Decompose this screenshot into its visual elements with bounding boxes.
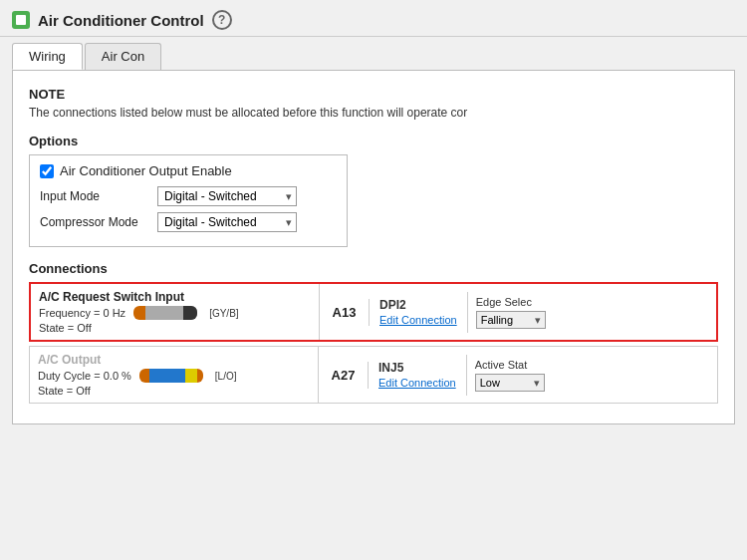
input-mode-row: Input Mode Digital - Switched Analog PWM (40, 186, 337, 206)
conn-name-1: A/C Request Switch Input (39, 290, 311, 304)
tab-bar: Wiring Air Con (0, 37, 747, 70)
cable-seg-orange3 (197, 369, 203, 383)
window-title: Air Conditioner Control (38, 12, 204, 29)
compressor-mode-select[interactable]: Digital - Switched Analog PWM (157, 212, 297, 232)
ac-output-enable-checkbox[interactable] (40, 164, 54, 178)
options-section: Options Air Conditioner Output Enable In… (29, 134, 718, 247)
tab-aircon[interactable]: Air Con (85, 43, 161, 70)
cable-seg-orange2 (139, 369, 149, 383)
conn-edge-label-1: Edge Selec (476, 296, 560, 308)
cable-label-1: [GY/B] (209, 308, 238, 319)
conn-state-2: State = Off (38, 385, 310, 397)
note-title: NOTE (29, 87, 718, 102)
main-window: Air Conditioner Control ? Wiring Air Con… (0, 0, 747, 560)
cable-seg-gray-1 (145, 306, 197, 320)
conn-name-2: A/C Output (38, 353, 310, 367)
cable-seg-orange-1 (133, 306, 145, 320)
conn-left-1: A/C Request Switch Input Frequency = 0 H… (31, 284, 320, 340)
cable-seg-blue (149, 369, 185, 383)
cable-seg-yellow (185, 369, 197, 383)
ac-output-enable-label: Air Conditioner Output Enable (60, 163, 232, 178)
options-box: Air Conditioner Output Enable Input Mode… (29, 154, 348, 247)
conn-edge-2: Active Stat Low High (467, 353, 567, 398)
conn-edge-select-1[interactable]: Falling Rising Both (476, 311, 546, 329)
conn-edge-label-2: Active Stat (475, 359, 559, 371)
app-icon (12, 11, 30, 29)
conn-edge-select-wrapper-2: Low High (475, 374, 545, 392)
conn-edge-select-2[interactable]: Low High (475, 374, 545, 392)
cable-icon-2 (139, 369, 203, 383)
compressor-mode-label: Compressor Mode (40, 215, 149, 229)
conn-state-1: State = Off (39, 322, 311, 334)
conn-edge-select-wrapper-1: Falling Rising Both (476, 311, 546, 329)
connection-row-1: A/C Request Switch Input Frequency = 0 H… (29, 282, 718, 342)
conn-edge-1: Edge Selec Falling Rising Both (468, 290, 568, 335)
title-bar: Air Conditioner Control ? (0, 0, 747, 37)
connections-title: Connections (29, 261, 718, 276)
help-button[interactable]: ? (212, 10, 232, 30)
connection-row-2: A/C Output Duty Cycle = 0.0 % [L/O] Stat… (29, 346, 718, 404)
conn-right-1: DPI2 Edit Connection (370, 292, 468, 333)
conn-freq-2: Duty Cycle = 0.0 % (38, 370, 131, 382)
cable-label-2: [L/O] (215, 371, 237, 382)
conn-freq-1: Frequency = 0 Hz (39, 307, 125, 319)
conn-id-1: DPI2 (379, 298, 457, 312)
connections-section: Connections A/C Request Switch Input Fre… (29, 261, 718, 404)
input-mode-label: Input Mode (40, 189, 149, 203)
note-text: The connections listed below must be all… (29, 106, 718, 120)
input-mode-select-wrapper: Digital - Switched Analog PWM (157, 186, 297, 206)
conn-left-2: A/C Output Duty Cycle = 0.0 % [L/O] Stat… (30, 347, 319, 403)
conn-right-2: INJ5 Edit Connection (369, 355, 467, 396)
conn-pin-2: A27 (319, 362, 369, 389)
conn-pin-1: A13 (320, 299, 370, 326)
conn-id-2: INJ5 (378, 361, 456, 375)
tab-wiring[interactable]: Wiring (12, 43, 83, 70)
conn-details-row-2: Duty Cycle = 0.0 % [L/O] (38, 369, 310, 383)
tab-content-wiring: NOTE The connections listed below must b… (12, 70, 735, 424)
cable-seg-black-1 (183, 306, 197, 320)
input-mode-select[interactable]: Digital - Switched Analog PWM (157, 186, 297, 206)
compressor-mode-select-wrapper: Digital - Switched Analog PWM (157, 212, 297, 232)
compressor-mode-row: Compressor Mode Digital - Switched Analo… (40, 212, 337, 232)
cable-icon-1 (133, 306, 197, 320)
note-section: NOTE The connections listed below must b… (29, 87, 718, 120)
conn-details-row-1: Frequency = 0 Hz [GY/B] (39, 306, 311, 320)
edit-connection-link-2[interactable]: Edit Connection (378, 377, 456, 389)
options-title: Options (29, 134, 718, 148)
edit-connection-link-1[interactable]: Edit Connection (379, 314, 457, 326)
checkbox-row: Air Conditioner Output Enable (40, 163, 337, 178)
